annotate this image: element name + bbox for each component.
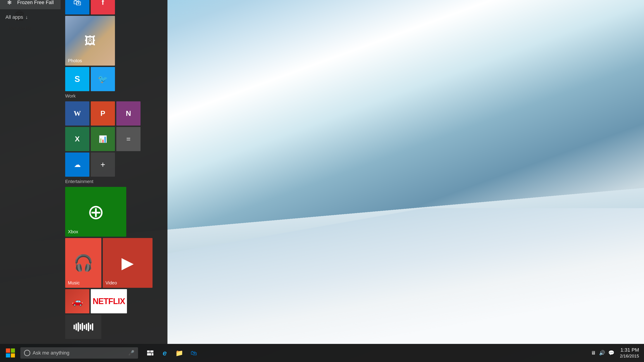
add-icon: +	[100, 160, 105, 170]
all-apps-arrow: ↓	[25, 14, 28, 20]
tiles-row-bottom: 🚗 NETFLIX	[65, 289, 163, 339]
groove-waveform	[74, 322, 93, 332]
system-clock[interactable]: 1:31 PM 2/16/2015	[617, 347, 642, 359]
network-icon[interactable]: 🖥	[590, 349, 597, 357]
xbox-icon: ⊕	[87, 200, 104, 224]
file-explorer-taskbar-button[interactable]: 📁	[172, 346, 186, 360]
microphone-icon[interactable]: 🎤	[128, 350, 134, 356]
task-view-icon	[147, 350, 154, 356]
tile-onedrive[interactable]: ☁	[65, 152, 90, 177]
tile-skype[interactable]: S	[65, 67, 90, 91]
store-tile-icon: 🛍	[73, 0, 82, 7]
photos-image-icon: 🖼	[84, 34, 96, 47]
win-logo-yellow	[11, 354, 15, 358]
music-icon: 🎧	[74, 254, 93, 272]
skype-icon: S	[74, 74, 80, 84]
start-menu: 👩 Miranda Tech Preview ⏻ ⤢ Places 📁 File…	[0, 0, 168, 344]
tile-add[interactable]: +	[91, 152, 115, 177]
tile-excel[interactable]: X	[65, 127, 90, 151]
store-taskbar-button[interactable]: 🛍	[187, 346, 200, 360]
win-logo-green	[11, 348, 15, 353]
file-explorer-taskbar-icon: 📁	[175, 349, 183, 357]
taskbar: Ask me anything 🎤 e 📁 🛍 🖥 🔊 💬	[0, 344, 644, 362]
tile-store[interactable]: 🛍	[65, 0, 90, 14]
calc-tile-icon: =	[126, 135, 130, 143]
tile-groove[interactable]	[65, 315, 101, 339]
search-bar[interactable]: Ask me anything 🎤	[20, 347, 138, 358]
win-logo-blue	[6, 354, 10, 358]
start-left-panel: Places 📁 File Explorer 📄 Documents ⚙ Set…	[0, 0, 61, 344]
start-tiles-panel: Welcome Miranda! How can I help you toda…	[61, 0, 168, 344]
photos-container: 🖼 Photos	[65, 16, 115, 66]
music-label: Music	[68, 280, 80, 286]
entertainment-section-label: Entertainment	[65, 179, 163, 184]
tile-netflix[interactable]: NETFLIX	[91, 289, 127, 313]
tile-cars[interactable]: 🚗	[65, 289, 90, 313]
task-view-button[interactable]	[144, 346, 157, 360]
tile-onenote[interactable]: N	[116, 101, 140, 126]
search-placeholder: Ask me anything	[32, 350, 70, 356]
win-logo-red	[6, 348, 10, 353]
ie-icon: e	[163, 349, 167, 357]
search-icon	[24, 350, 30, 356]
start-button[interactable]	[2, 345, 18, 361]
svg-rect-0	[147, 350, 150, 352]
tiles-row-second: 👥 💬 5 🗺 Maps 🛍	[65, 0, 163, 66]
tile-calculator-work[interactable]: =	[116, 127, 140, 151]
tile-word[interactable]: W	[65, 101, 90, 126]
notifications-icon[interactable]: 💬	[607, 349, 615, 357]
start-menu-body: Places 📁 File Explorer 📄 Documents ⚙ Set…	[0, 0, 168, 344]
svg-rect-3	[152, 353, 154, 356]
frozen-icon: ❄	[6, 0, 14, 6]
all-apps-label: All apps	[6, 14, 23, 20]
tiles-row-work: W P N X 📊 = ☁	[65, 101, 163, 177]
tile-xbox[interactable]: ⊕ Xbox	[65, 187, 126, 237]
system-tray: 🖥 🔊 💬 1:31 PM 2/16/2015	[590, 347, 642, 359]
twitter-icon: 🐦	[98, 74, 108, 84]
onedrive-tile-icon: ☁	[74, 161, 81, 168]
tile-twitter[interactable]: 🐦	[91, 67, 115, 91]
svg-rect-2	[147, 353, 151, 356]
sidebar-item-frozen[interactable]: ❄ Frozen Free Fall	[0, 0, 61, 9]
xbox-label: Xbox	[68, 229, 78, 234]
tile-video[interactable]: ▶ Video	[103, 238, 152, 288]
work-section-label: Work	[65, 94, 163, 99]
svg-rect-1	[150, 350, 154, 352]
windows-logo	[6, 348, 15, 358]
store-taskbar-icon: 🛍	[190, 349, 197, 357]
word-tile-icon: W	[74, 109, 81, 118]
powerpoint-icon: P	[100, 109, 105, 118]
tile-music[interactable]: 🎧 Music	[65, 238, 101, 288]
tile-powerpoint[interactable]: P	[91, 101, 115, 126]
tiles-row-entertainment: ⊕ Xbox 🎧 Music ▶ Video	[65, 187, 163, 288]
taskbar-apps: e 📁 🛍	[144, 346, 200, 360]
onenote-icon: N	[126, 109, 131, 118]
tray-icons: 🖥 🔊 💬	[590, 349, 615, 357]
tile-flipboard[interactable]: f	[91, 0, 115, 14]
clock-time: 1:31 PM	[620, 347, 639, 354]
video-label: Video	[106, 280, 117, 286]
project-icon: 📊	[99, 135, 107, 143]
internet-explorer-button[interactable]: e	[158, 346, 172, 360]
tile-project[interactable]: 📊	[91, 127, 115, 151]
cars-icon: 🚗	[72, 296, 83, 306]
excel-icon: X	[75, 135, 80, 143]
clock-date: 2/16/2015	[620, 354, 639, 359]
tiles-row-second-b: S 🐦	[65, 67, 163, 91]
photos-label: Photos	[68, 58, 82, 63]
volume-icon[interactable]: 🔊	[598, 349, 606, 357]
netflix-label: NETFLIX	[93, 296, 125, 306]
all-apps-button[interactable]: All apps ↓	[0, 11, 61, 23]
frozen-label: Frozen Free Fall	[17, 0, 54, 6]
tile-photos[interactable]: 🖼 Photos	[65, 16, 115, 66]
video-icon: ▶	[122, 254, 134, 272]
flipboard-icon: f	[102, 0, 104, 6]
